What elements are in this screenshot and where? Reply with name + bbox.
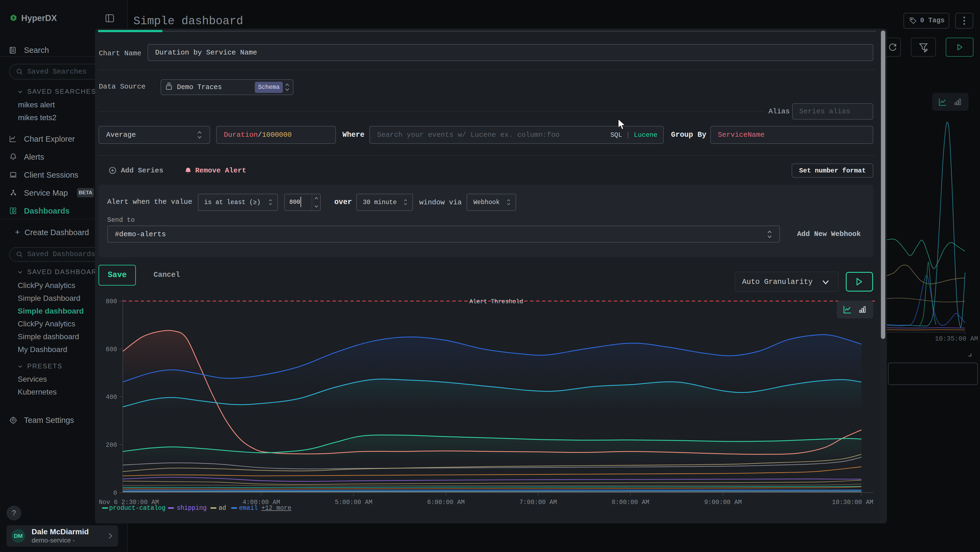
svg-text:6:00:00 AM: 6:00:00 AM	[427, 499, 465, 506]
svg-text:0: 0	[113, 490, 117, 497]
svg-text:200: 200	[106, 442, 117, 449]
svg-text:9:00:00 AM: 9:00:00 AM	[704, 499, 742, 506]
svg-text:8:00:00 AM: 8:00:00 AM	[612, 499, 649, 506]
svg-text:400: 400	[106, 394, 117, 401]
svg-text:10:30:00 AM: 10:30:00 AM	[832, 499, 873, 506]
svg-text:600: 600	[106, 346, 117, 353]
svg-text:7:00:00 AM: 7:00:00 AM	[519, 499, 557, 506]
svg-text:800: 800	[106, 298, 117, 305]
svg-text:Alert Threshold: Alert Threshold	[469, 298, 523, 305]
svg-text:5:00:00 AM: 5:00:00 AM	[335, 499, 372, 506]
